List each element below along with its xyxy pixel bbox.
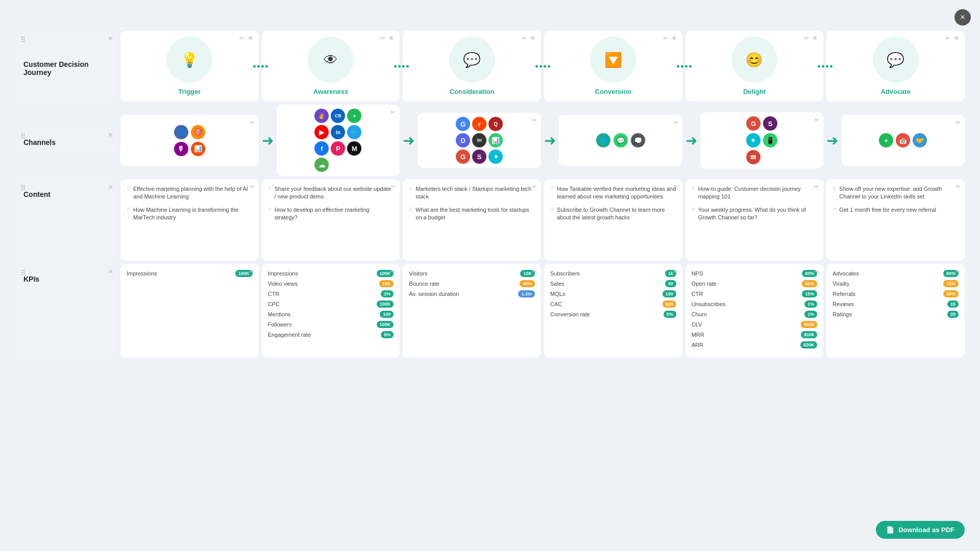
download-label: Download as PDF [898, 526, 954, 534]
kpi-label: Advocates [832, 270, 859, 277]
kpi-badge: 15% [802, 290, 817, 297]
kpi-badge: 100K [377, 300, 394, 308]
hide-icon[interactable]: 👁 [248, 35, 254, 42]
channels-edit-1[interactable]: ✏ [250, 119, 255, 126]
content-drag-handle[interactable]: ⠿ [692, 207, 695, 213]
hide-icon-6[interactable]: 👁 [953, 35, 960, 42]
content-item: ⠿ Get 1 month free for every new referra… [832, 206, 959, 214]
kpi-item: Ratings 20 [832, 311, 959, 318]
content-drag-handle[interactable]: ⠿ [127, 186, 130, 192]
kpi-edit-1[interactable]: ✏ [250, 268, 255, 275]
channels-edit-3[interactable]: ✏ [532, 117, 537, 124]
content-item: ⠿ Marketers tech stack / Startups market… [409, 185, 535, 201]
hide-icon-4[interactable]: 👁 [671, 35, 677, 42]
kpi-edit-4[interactable]: ✏ [673, 268, 678, 275]
consideration-icon: 💬 [463, 52, 481, 68]
content-drag-handle[interactable]: ⠿ [409, 186, 412, 192]
kpi-item: Followers 100K [268, 321, 394, 328]
kpi-label: NPS [692, 270, 703, 277]
edit-icon-3[interactable]: ✏ [522, 35, 527, 42]
channels-edit-2[interactable]: ✏ [390, 109, 396, 116]
channels-edit-4[interactable]: ✏ [673, 119, 678, 126]
kpis-drag[interactable]: ⠿ [20, 269, 26, 277]
kpi-label: Churn [692, 311, 707, 317]
kpis-close[interactable]: ✕ [108, 268, 113, 276]
content-drag-handle[interactable]: ⠿ [832, 186, 836, 192]
kpi-edit-6[interactable]: ✏ [955, 268, 961, 275]
drag-handle[interactable]: ⠿ [20, 36, 26, 44]
channel-icon: S [763, 116, 777, 131]
channels-edit-6[interactable]: ✏ [955, 119, 961, 126]
kpi-badge: 1.2m [518, 290, 535, 297]
edit-icon-2[interactable]: ✏ [380, 35, 385, 42]
journey-close[interactable]: ✕ [108, 35, 113, 42]
kpi-item: MQLs 100 [550, 290, 676, 297]
channel-icon: 💭 [631, 133, 645, 147]
content-drag-handle[interactable]: ⠿ [832, 207, 836, 213]
kpi-item: Churn 1% [692, 311, 818, 318]
content-consideration: ✏ ⠿ Marketers tech stack / Startups mark… [403, 179, 541, 261]
edit-icon-5[interactable]: ✏ [804, 35, 809, 42]
content-text: Subscribe to Growth Channel to learn mor… [557, 206, 676, 222]
edit-icon[interactable]: ✏ [239, 35, 244, 42]
content-edit-4[interactable]: ✏ [673, 183, 678, 190]
kpis-row: ⠿ ✕ KPIs ✏ Impressions 100K ✏ Impression… [15, 264, 965, 358]
content-awareness: ✏ ⠿ Share your feedback about our websit… [262, 179, 400, 261]
hide-icon-5[interactable]: 👁 [812, 35, 818, 42]
kpi-label: Followers [268, 321, 292, 328]
channels-close[interactable]: ✕ [108, 131, 113, 139]
kpi-edit-5[interactable]: ✏ [814, 268, 819, 275]
kpi-trigger: ✏ Impressions 100K [120, 264, 259, 358]
channels-icons-awareness: ✌ CB + ▶ in 🐦 f P M ☁ [314, 109, 361, 172]
kpi-label: MRR [692, 332, 704, 338]
content-item: ⠿ How Taskable verified their marketing … [550, 185, 676, 201]
channels-edit-5[interactable]: ✏ [814, 116, 819, 123]
arrow-2: ➜ [403, 132, 414, 149]
kpi-label: Av. session duration [409, 291, 459, 297]
channels-title: Channels [23, 138, 109, 146]
content-title: Content [23, 190, 109, 198]
content-edit-6[interactable]: ✏ [955, 183, 961, 190]
channel-icon: 📱 [763, 133, 777, 147]
kpi-badge: 5% [664, 311, 676, 318]
channels-awareness-wrapper: ➜ ✏ ✌ CB + ▶ in 🐦 f P M ☁ [262, 105, 400, 176]
channel-icon: + [879, 133, 893, 147]
kpi-item: Unsubscribes 1% [692, 300, 818, 308]
content-drag-handle[interactable]: ⠿ [268, 186, 272, 192]
kpi-item: CTR 15% [692, 290, 818, 297]
channel-icon: ✉ [746, 150, 761, 164]
hide-icon-3[interactable]: 👁 [530, 35, 536, 42]
content-drag-handle[interactable]: ⠿ [692, 186, 695, 192]
hide-icon-2[interactable]: 👁 [388, 35, 395, 42]
content-close[interactable]: ✕ [108, 183, 113, 191]
content-drag-handle[interactable]: ⠿ [268, 207, 272, 213]
kpi-edit-3[interactable]: ✏ [532, 268, 537, 275]
content-drag-handle[interactable]: ⠿ [550, 207, 554, 213]
content-text: How to develop an effective marketing st… [275, 206, 394, 222]
kpi-badge: 5% [381, 331, 394, 338]
kpi-label: Sales [550, 281, 565, 287]
edit-icon-4[interactable]: ✏ [663, 35, 668, 42]
close-button[interactable]: × [954, 9, 971, 26]
content-drag-handle[interactable]: ⠿ [409, 207, 412, 213]
channels-drag[interactable]: ⠿ [20, 132, 26, 140]
download-pdf-button[interactable]: 📄 Download as PDF [876, 521, 965, 539]
content-trigger: ✏ ⠿ Effective marjeting planning with th… [120, 179, 259, 261]
content-edit-1[interactable]: ✏ [250, 183, 255, 190]
kpi-edit-2[interactable]: ✏ [390, 268, 396, 275]
content-drag-handle[interactable]: ⠿ [550, 186, 554, 192]
close-icon: × [960, 13, 965, 22]
kpi-item: ARR $20K [692, 341, 818, 348]
content-edit-3[interactable]: ✏ [532, 183, 537, 190]
content-edit-2[interactable]: ✏ [390, 183, 396, 190]
content-item: ⠿ Show off your new expertise: add Growt… [832, 185, 959, 201]
channels-label-cell: ⠿ ✕ Channels [15, 127, 117, 154]
journey-row: ⠿ ✕ Customer Decision Journey ✏ 👁 💡 Trig… [15, 31, 965, 102]
content-drag[interactable]: ⠿ [20, 184, 26, 192]
content-edit-5[interactable]: ✏ [814, 183, 819, 190]
channel-icon: G [746, 116, 761, 131]
content-drag-handle[interactable]: ⠿ [127, 207, 130, 213]
edit-icon-6[interactable]: ✏ [945, 35, 950, 42]
kpi-conversion: ✏ Subscribers 1k Sales 30 MQLs 100 CAC $… [544, 264, 682, 358]
channel-icon: ✌ [314, 109, 329, 123]
